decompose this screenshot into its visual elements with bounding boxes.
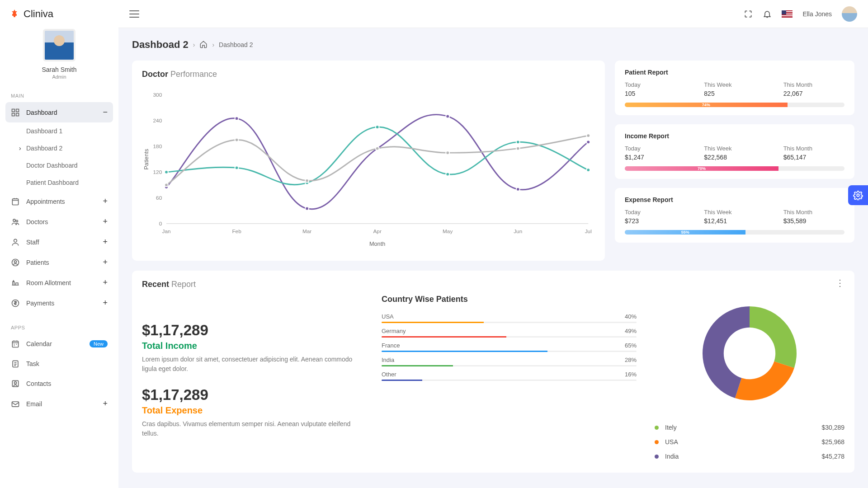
sidebar-item[interactable]: Appointments+ xyxy=(5,191,113,211)
sidebar-item[interactable]: Doctors+ xyxy=(5,211,113,232)
legend-row: India$45,278 xyxy=(655,449,844,464)
profile-avatar xyxy=(43,29,75,61)
logo-text: Cliniva xyxy=(24,8,53,20)
svg-text:60: 60 xyxy=(156,195,162,201)
nav-icon xyxy=(11,359,20,368)
user-avatar[interactable] xyxy=(842,6,857,22)
svg-text:Patients: Patients xyxy=(143,149,150,169)
svg-point-47 xyxy=(586,168,590,172)
report-card: Patient ReportToday105This Week825This M… xyxy=(615,61,854,115)
nav-icon xyxy=(11,339,20,348)
income-desc: Lorem ipsum dolor sit amet, consectetuer… xyxy=(142,355,363,374)
sidebar-app-item[interactable]: Contacts xyxy=(5,374,113,394)
fullscreen-icon[interactable] xyxy=(744,9,753,19)
recent-report-card: Recent Report ⋮ $1,17,289 Total Income L… xyxy=(132,271,854,473)
user-name[interactable]: Ella Jones xyxy=(802,10,832,18)
sidebar-app-item[interactable]: CalendarNew xyxy=(5,334,113,354)
sidebar-sub-item[interactable]: Doctor Dashboard xyxy=(5,157,113,174)
nav-icon xyxy=(11,238,20,247)
svg-point-48 xyxy=(165,183,168,187)
profile-name: Sarah Smith xyxy=(42,66,76,73)
breadcrumb: Dashboad 2 › › Dashboad 2 xyxy=(132,39,854,51)
sidebar-app-item[interactable]: Email+ xyxy=(5,394,113,414)
country-row: USA40% xyxy=(382,313,637,323)
settings-float[interactable] xyxy=(848,185,868,205)
country-row: Germany49% xyxy=(382,328,637,338)
menu-toggle[interactable] xyxy=(129,10,139,18)
expand-icon[interactable]: + xyxy=(103,298,108,308)
svg-point-46 xyxy=(516,140,520,144)
nav-icon xyxy=(11,258,20,267)
sidebar-sub-item[interactable]: Dashboard 2 xyxy=(5,140,113,157)
sidebar-item[interactable]: Staff+ xyxy=(5,232,113,252)
svg-point-41 xyxy=(165,170,168,174)
page-title: Dashboad 2 xyxy=(132,39,189,51)
topbar: Ella Jones xyxy=(118,0,868,28)
svg-point-54 xyxy=(586,134,590,137)
svg-rect-5 xyxy=(16,113,19,116)
country-wise-title: Country Wise Patients xyxy=(382,295,637,304)
svg-point-50 xyxy=(305,179,309,183)
expand-icon[interactable]: + xyxy=(103,399,108,408)
breadcrumb-current: Dashboad 2 xyxy=(219,41,253,48)
svg-text:240: 240 xyxy=(153,117,162,123)
svg-text:Mar: Mar xyxy=(302,228,311,234)
profile-role: Admin xyxy=(52,74,66,80)
svg-text:Jul: Jul xyxy=(585,228,592,234)
gear-icon xyxy=(853,190,863,200)
card-title: Doctor Performance xyxy=(142,70,595,79)
chevron-right-icon: › xyxy=(193,41,195,48)
sidebar: Cliniva Sarah Smith Admin MAIN Dashboard… xyxy=(0,0,118,488)
svg-rect-2 xyxy=(12,109,15,112)
expand-icon[interactable]: + xyxy=(103,237,108,247)
more-icon[interactable]: ⋮ xyxy=(835,281,844,285)
nav-icon xyxy=(11,278,20,287)
legend-row: Itely$30,289 xyxy=(655,420,844,435)
nav-icon xyxy=(11,399,20,408)
svg-text:0: 0 xyxy=(159,221,162,226)
svg-point-49 xyxy=(235,138,239,142)
total-income-value: $1,17,289 xyxy=(142,322,363,339)
sidebar-item[interactable]: Patients+ xyxy=(5,252,113,272)
expand-icon[interactable]: + xyxy=(103,258,108,267)
sidebar-sub-item[interactable]: Dashboard 1 xyxy=(5,122,113,140)
svg-rect-4 xyxy=(12,113,15,116)
total-expense-value: $1,17,289 xyxy=(142,386,363,404)
bell-icon[interactable] xyxy=(763,9,772,19)
nav-dashboard-label: Dashboard xyxy=(26,109,57,116)
country-row: Other16% xyxy=(382,371,637,381)
svg-point-36 xyxy=(305,207,309,211)
expand-icon[interactable]: + xyxy=(103,278,108,287)
collapse-icon[interactable]: − xyxy=(103,108,108,117)
svg-text:Feb: Feb xyxy=(232,228,241,234)
nav-dashboard[interactable]: Dashboard − xyxy=(5,102,113,122)
logo[interactable]: Cliniva xyxy=(5,0,113,24)
legend-row: USA$25,968 xyxy=(655,435,844,449)
svg-text:300: 300 xyxy=(153,92,162,98)
sidebar-sub-item[interactable]: Patient Dashboard xyxy=(5,174,113,191)
svg-rect-1 xyxy=(12,14,17,16)
nav-icon xyxy=(11,217,20,226)
flag-icon[interactable] xyxy=(782,10,793,18)
chevron-right-icon: › xyxy=(212,41,214,48)
nav-icon xyxy=(11,197,20,206)
nav-icon xyxy=(11,299,20,308)
home-icon[interactable] xyxy=(199,40,208,50)
sidebar-item[interactable]: Payments+ xyxy=(5,293,113,313)
svg-text:120: 120 xyxy=(153,169,162,175)
svg-rect-17 xyxy=(12,402,19,407)
svg-text:Jan: Jan xyxy=(162,228,171,234)
svg-rect-6 xyxy=(12,199,18,205)
sidebar-app-item[interactable]: Task xyxy=(5,354,113,374)
country-row: India28% xyxy=(382,357,637,366)
expand-icon[interactable]: + xyxy=(103,197,108,206)
sidebar-item[interactable]: Room Allotment+ xyxy=(5,272,113,293)
dashboard-icon xyxy=(11,108,20,117)
svg-point-55 xyxy=(857,194,859,197)
expand-icon[interactable]: + xyxy=(103,217,108,226)
svg-point-45 xyxy=(446,173,449,176)
svg-point-44 xyxy=(376,125,379,129)
profile[interactable]: Sarah Smith Admin xyxy=(5,24,113,81)
logo-icon xyxy=(9,9,20,19)
card-title: Recent Report xyxy=(142,280,844,289)
